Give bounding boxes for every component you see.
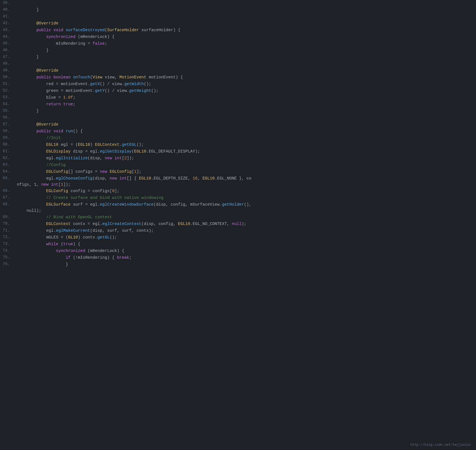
- code-line-56: 56.: [0, 115, 476, 121]
- code-line-58: 58. public void run() {: [0, 128, 476, 135]
- code-line-46: 46. }: [0, 47, 476, 54]
- line-content-73: while (true) {: [15, 241, 476, 247]
- line-num-68: 68.: [0, 201, 15, 208]
- line-num-75: 75.: [0, 254, 15, 261]
- line-content-71: egl.eglMakeCurrent(disp, surf, surf, con…: [15, 228, 476, 234]
- code-line-45: 45. mIsRendering = false;: [0, 40, 476, 47]
- line-num-64: 64.: [0, 169, 15, 175]
- code-line-52: 52. green = motionEvent.getY() / view.ge…: [0, 88, 476, 94]
- line-content-45: mIsRendering = false;: [15, 40, 476, 47]
- line-num-42: 42.: [0, 20, 15, 26]
- line-num-43: 43.: [0, 27, 15, 33]
- code-line-73: 73. while (true) {: [0, 241, 476, 248]
- line-content-59: //Init: [15, 135, 476, 141]
- line-num-48: 48.: [0, 61, 15, 67]
- line-num-58: 58.: [0, 128, 15, 134]
- code-line-67: 67. // Create surface and bind with nati…: [0, 195, 476, 201]
- code-line-61: 61. EGLDisplay disp = egl.eglGetDisplay(…: [0, 148, 476, 155]
- line-num-76: 76.: [0, 261, 15, 267]
- line-content-70: EGLContext contx = egl.eglCreateContext(…: [15, 221, 476, 227]
- line-num-73: 73.: [0, 241, 15, 247]
- line-content-55: }: [15, 108, 476, 114]
- code-line-76: 76. }: [0, 261, 476, 268]
- line-num-60: 60.: [0, 142, 15, 148]
- line-content-43: public void surfaceDestroyed(SurfaceHold…: [15, 27, 476, 33]
- code-line-66: 66. EGLConfig config = configs[0];: [0, 188, 476, 195]
- line-num-51: 51.: [0, 81, 15, 87]
- line-num-70: 70.: [0, 221, 15, 227]
- line-num-52: 52.: [0, 88, 15, 94]
- line-num-53: 53.: [0, 94, 15, 101]
- line-content-40: }: [15, 7, 476, 13]
- line-num-41: 41.: [0, 13, 15, 20]
- line-content-62: egl.eglInitialize(disp, new int[2]);: [15, 155, 476, 161]
- code-line-40: 40. }: [0, 7, 476, 13]
- line-content-50: public boolean onTouch(View view, Motion…: [15, 74, 476, 80]
- code-line-39: 39.: [0, 0, 476, 7]
- line-num-50: 50.: [0, 74, 15, 80]
- watermark: http://blog.csdn.net/hejjunlin: [410, 442, 471, 448]
- code-line-57: 57. @Override: [0, 121, 476, 128]
- code-line-54: 54. return true;: [0, 101, 476, 108]
- line-content-69: // Bind with OpenGL context: [15, 214, 476, 220]
- line-content-72: mGLES = (GL10) contx.getGL();: [15, 234, 476, 240]
- code-line-53: 53. blue = 1.0f;: [0, 94, 476, 101]
- line-num-47: 47.: [0, 54, 15, 60]
- code-line-48: 48.: [0, 61, 476, 67]
- line-content-53: blue = 1.0f;: [15, 94, 476, 101]
- line-num-54: 54.: [0, 101, 15, 107]
- code-line-60: 60. EGL10 egl = (EGL10) EGLContext.getEG…: [0, 142, 476, 148]
- code-line-49: 49. @Override: [0, 67, 476, 74]
- line-content-47: }: [15, 54, 476, 60]
- line-num-45: 45.: [0, 40, 15, 47]
- line-num-59: 59.: [0, 135, 15, 141]
- code-editor: 39. 40. } 41. 42. @Override 43. public v…: [0, 0, 476, 450]
- line-content-57: @Override: [15, 121, 476, 128]
- line-content-58: public void run() {: [15, 128, 476, 134]
- code-line-75: 75. if (!mIsRendering) { break;: [0, 254, 476, 261]
- code-line-44: 44. synchronized (mRenderLock) {: [0, 34, 476, 40]
- line-num-67: 67.: [0, 195, 15, 201]
- line-num-66: 66.: [0, 188, 15, 194]
- code-line-51: 51. red = motionEvent.getX() / view.getW…: [0, 81, 476, 88]
- line-content-67: // Create surface and bind with native w…: [15, 195, 476, 201]
- line-content-65: egl.eglChooseConfig(disp, new int[] { EG…: [15, 175, 476, 188]
- code-line-71: 71. egl.eglMakeCurrent(disp, surf, surf,…: [0, 228, 476, 234]
- line-content-52: green = motionEvent.getY() / view.getHei…: [15, 88, 476, 94]
- line-num-63: 63.: [0, 162, 15, 168]
- code-line-55: 55. }: [0, 108, 476, 115]
- line-num-71: 71.: [0, 228, 15, 234]
- line-content-76: }: [15, 261, 476, 267]
- line-content-74: synchronized (mRenderLock) {: [15, 248, 476, 254]
- line-num-49: 49.: [0, 67, 15, 74]
- line-content-60: EGL10 egl = (EGL10) EGLContext.getEGL();: [15, 142, 476, 148]
- line-content-66: EGLConfig config = configs[0];: [15, 188, 476, 194]
- line-num-65: 65.: [0, 175, 15, 181]
- code-line-47: 47. }: [0, 54, 476, 61]
- code-line-74: 74. synchronized (mRenderLock) {: [0, 248, 476, 254]
- line-content-49: @Override: [15, 67, 476, 74]
- code-line-59: 59. //Init: [0, 135, 476, 142]
- line-num-40: 40.: [0, 7, 15, 13]
- line-content-61: EGLDisplay disp = egl.eglGetDisplay(EGL1…: [15, 148, 476, 154]
- line-content-46: }: [15, 47, 476, 53]
- line-num-69: 69.: [0, 214, 15, 220]
- line-num-62: 62.: [0, 155, 15, 161]
- code-line-41: 41.: [0, 13, 476, 20]
- code-line-70: 70. EGLContext contx = egl.eglCreateCont…: [0, 221, 476, 228]
- line-content-44: synchronized (mRenderLock) {: [15, 34, 476, 40]
- line-content-42: @Override: [15, 20, 476, 26]
- code-line-68: 68. EGLSurface surf = egl.eglCreateWindo…: [0, 201, 476, 214]
- line-num-44: 44.: [0, 34, 15, 40]
- code-line-65: 65. egl.eglChooseConfig(disp, new int[] …: [0, 175, 476, 188]
- line-num-74: 74.: [0, 248, 15, 254]
- line-content-54: return true;: [15, 101, 476, 107]
- code-line-42: 42. @Override: [0, 20, 476, 27]
- line-content-51: red = motionEvent.getX() / view.getWidth…: [15, 81, 476, 87]
- line-content-68: EGLSurface surf = egl.eglCreateWindowSur…: [15, 201, 476, 214]
- line-num-61: 61.: [0, 148, 15, 154]
- code-line-64: 64. EGLConfig[] configs = new EGLConfig[…: [0, 169, 476, 175]
- line-num-46: 46.: [0, 47, 15, 53]
- code-line-69: 69. // Bind with OpenGL context: [0, 214, 476, 221]
- line-num-56: 56.: [0, 115, 15, 121]
